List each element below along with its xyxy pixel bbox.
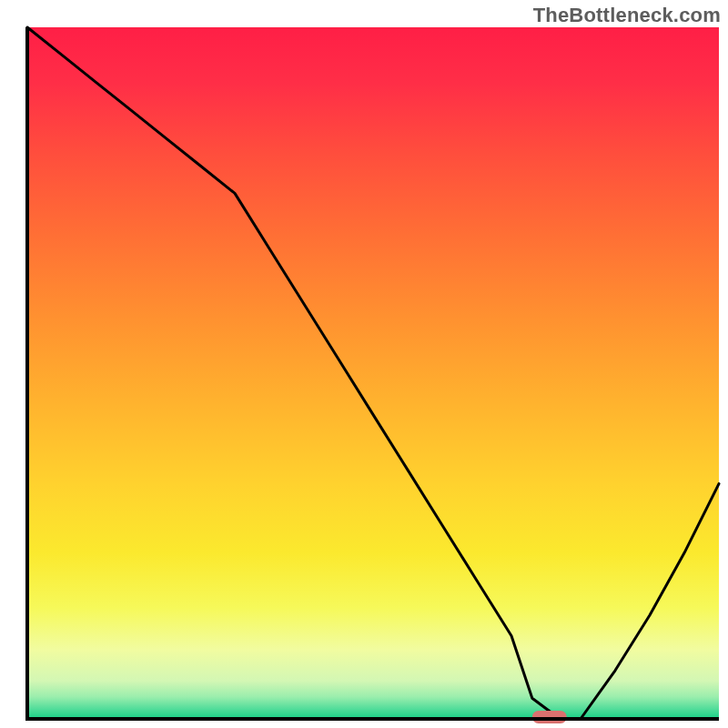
gradient-background	[27, 27, 719, 719]
chart-container: TheBottleneck.com	[0, 0, 728, 728]
brand-watermark: TheBottleneck.com	[533, 4, 721, 27]
chart-svg	[0, 0, 728, 728]
plot-area	[27, 27, 719, 723]
